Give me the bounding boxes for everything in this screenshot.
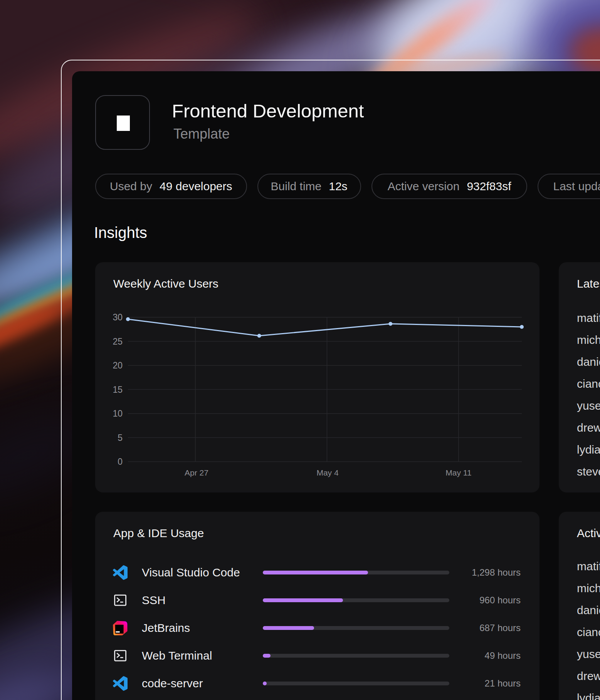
svg-text:May 4: May 4: [316, 468, 339, 477]
svg-text:30: 30: [113, 312, 123, 322]
svg-text:May 11: May 11: [445, 468, 471, 477]
svg-text:Apr 27: Apr 27: [185, 468, 208, 477]
svg-text:15: 15: [113, 385, 123, 395]
svg-text:10: 10: [113, 409, 123, 419]
svg-text:5: 5: [118, 433, 123, 443]
svg-text:0: 0: [118, 457, 123, 467]
svg-text:25: 25: [113, 337, 123, 347]
svg-text:20: 20: [113, 360, 123, 370]
